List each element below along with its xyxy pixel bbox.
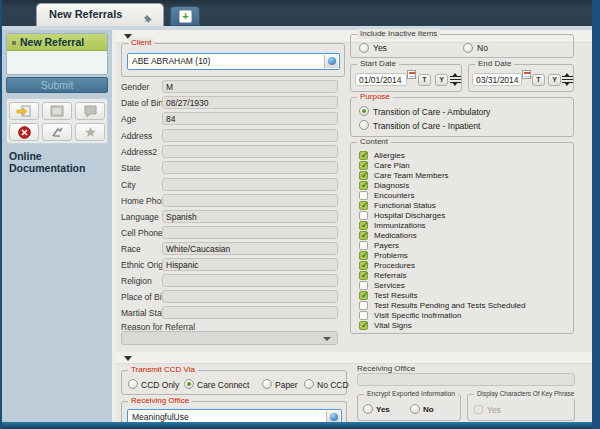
start-date-input[interactable]: 01/01/2014 [355, 73, 407, 86]
checkbox[interactable] [359, 281, 368, 290]
transmit-ccd-fieldset: Transmit CCD Via CCD Only Care Connect P… [121, 370, 347, 395]
include-inactive-yes-radio[interactable] [359, 43, 369, 53]
checkbox[interactable] [359, 271, 368, 280]
add-tab-icon: + [179, 10, 192, 23]
encrypt-legend: Encrypt Exported Information [364, 389, 458, 399]
include-inactive-fieldset: Include Inactive Items Yes No [350, 34, 574, 58]
save-button[interactable] [9, 102, 39, 120]
radio-label: CCD Only [141, 380, 179, 390]
client-combobox[interactable]: ABE ABRAHAM (10) [127, 53, 340, 70]
checkbox-label: Yes [487, 405, 501, 415]
no-ccd-radio[interactable] [304, 379, 314, 389]
checkbox-label: Care Team Members [374, 171, 449, 180]
checkbox[interactable] [359, 311, 368, 320]
include-inactive-no-radio[interactable] [463, 43, 473, 53]
purpose-inpatient-radio[interactable] [359, 120, 369, 130]
end-date-year-button[interactable]: Y [548, 74, 561, 86]
window-bottom-border [0, 422, 600, 429]
radio-label: No [477, 43, 488, 53]
field-label: Address2 [121, 147, 157, 157]
checkbox-label: Allergies [374, 151, 405, 160]
checkbox[interactable] [359, 181, 368, 190]
checkbox[interactable] [359, 221, 368, 230]
field-value [162, 194, 338, 207]
receiving-office-lookup-icon[interactable] [326, 411, 340, 422]
checkbox[interactable] [359, 211, 368, 220]
checkbox[interactable] [359, 261, 368, 270]
checkbox[interactable] [359, 191, 368, 200]
checkbox-label: Functional Status [374, 201, 436, 210]
checkbox[interactable] [359, 161, 368, 170]
paper-radio[interactable] [262, 379, 272, 389]
field-label: Gender [121, 82, 149, 92]
end-date-input[interactable]: 03/31/2014 [472, 73, 522, 86]
field-value [162, 145, 338, 158]
submit-button[interactable]: Submit [6, 77, 108, 93]
checkbox[interactable] [359, 171, 368, 180]
field-value [162, 290, 338, 303]
care-connect-radio[interactable] [184, 379, 194, 389]
end-date-spinner[interactable] [562, 73, 573, 86]
checkbox-label: Payers [374, 241, 399, 250]
content-fieldset: Content Allergies Care Plan Care Team Me… [350, 142, 574, 334]
purpose-fieldset: Purpose Transition of Care - Ambulatory … [350, 97, 574, 137]
checkbox-label: Visit Specific Inofrmation [374, 311, 461, 320]
calendar-icon[interactable] [407, 70, 416, 79]
start-date-year-button[interactable]: Y [435, 74, 448, 86]
encrypt-yes-radio[interactable] [363, 404, 373, 414]
nav-item-new-referral[interactable]: New Referral [7, 34, 107, 51]
collapse-arrow-icon[interactable] [124, 356, 132, 361]
field-label: Language [121, 212, 159, 222]
new-tab-button[interactable]: + [170, 6, 200, 26]
end-date-fieldset: End Date 03/31/2014 T Y [468, 64, 574, 92]
image-button[interactable] [42, 102, 72, 120]
start-date-spinner[interactable] [450, 73, 461, 86]
checkbox[interactable] [359, 291, 368, 300]
encrypt-no-radio[interactable] [410, 404, 420, 414]
sidebar-toolbar [6, 98, 108, 144]
receiving-office-legend: Receiving Office [128, 396, 192, 406]
field-value [162, 226, 338, 239]
ccd-only-radio[interactable] [128, 379, 138, 389]
start-date-fieldset: Start Date 01/01/2014 T Y [350, 64, 462, 92]
field-label: Age [121, 114, 136, 124]
note-button[interactable] [75, 102, 105, 120]
favorite-button[interactable] [75, 123, 105, 141]
client-lookup-icon[interactable] [324, 55, 338, 68]
image-icon [43, 105, 71, 117]
checkbox[interactable] [359, 151, 368, 160]
checkbox[interactable] [359, 251, 368, 260]
tab-new-referrals[interactable]: New Referrals [36, 3, 164, 26]
checkbox[interactable] [359, 231, 368, 240]
radio-label: Transition of Care - Ambulatory [373, 107, 490, 117]
star-icon [76, 126, 104, 138]
checkbox-label: Hospital Discharges [374, 211, 445, 220]
radio-label: No [423, 405, 434, 414]
checkbox[interactable] [359, 201, 368, 210]
field-value: Hispanic [162, 258, 338, 271]
start-date-today-button[interactable]: T [418, 74, 431, 86]
reason-for-referral-dropdown[interactable] [121, 331, 338, 345]
field-value: 84 [162, 112, 338, 125]
display-key-phrase-yes-checkbox [474, 405, 483, 414]
content-legend: Content [357, 137, 391, 147]
display-key-phrase-legend: Display Characters Of Key Phrase [474, 389, 577, 399]
checkbox-label: Immunizations [374, 221, 426, 230]
calendar-icon[interactable] [522, 70, 531, 79]
client-combobox-value: ABE ABRAHAM (10) [132, 56, 210, 66]
purpose-ambulatory-radio[interactable] [359, 106, 369, 116]
delete-button[interactable] [9, 123, 39, 141]
checkbox[interactable] [359, 301, 368, 310]
checkbox[interactable] [359, 321, 368, 330]
delete-icon [10, 126, 38, 139]
online-documentation-link[interactable]: Online Documentation [9, 150, 112, 174]
receiving-office-display-field [357, 373, 575, 386]
section-header-transmit[interactable] [116, 352, 592, 364]
checkbox[interactable] [359, 241, 368, 250]
tab-label: New Referrals [49, 8, 122, 20]
signature-button[interactable] [42, 123, 72, 141]
end-date-today-button[interactable]: T [532, 74, 545, 86]
radio-label: Yes [373, 43, 387, 53]
bullet-icon [12, 41, 16, 45]
application-window: New Referrals + New Referral Submit [0, 0, 600, 429]
